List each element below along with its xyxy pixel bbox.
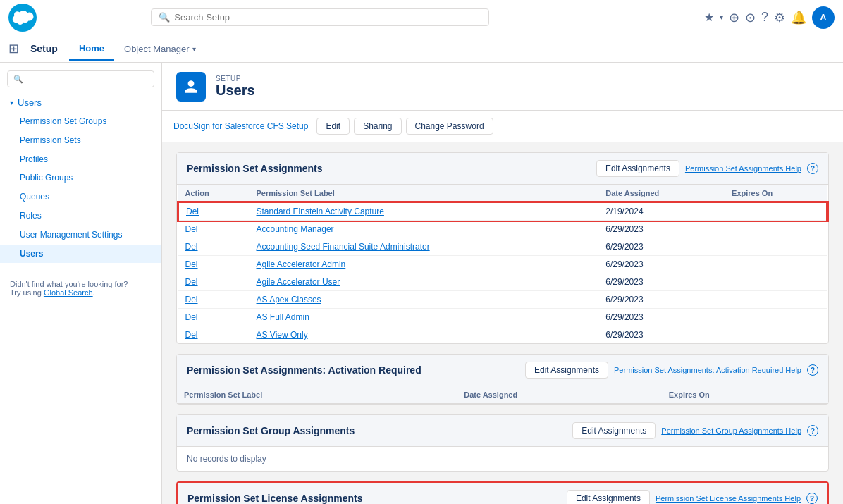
- avatar[interactable]: A: [812, 6, 835, 29]
- sidebar-item-queues[interactable]: Queues: [0, 188, 161, 207]
- sidebar-item-public-groups[interactable]: Public Groups: [0, 168, 161, 188]
- activation-required-help-icon[interactable]: ?: [807, 364, 818, 376]
- perm-label-link[interactable]: AS Apex Classes: [257, 295, 321, 305]
- help-icon[interactable]: ?: [761, 10, 768, 25]
- del-link[interactable]: Del: [186, 207, 199, 216]
- table-row: Del AS View Only 6/29/2023: [178, 326, 827, 344]
- permission-set-group-help-link[interactable]: Permission Set Group Assignments Help: [661, 426, 801, 435]
- user-action-bar: DocuSign for Salesforce CFS Setup Edit S…: [162, 111, 843, 142]
- perm-label-link[interactable]: Agile Accelerator User: [257, 277, 340, 287]
- global-search-bar[interactable]: 🔍: [151, 8, 489, 26]
- sidebar-item-roles[interactable]: Roles: [0, 207, 161, 226]
- salesforce-logo[interactable]: [8, 4, 37, 32]
- permission-set-assignments-section: Permission Set Assignments Edit Assignme…: [176, 152, 829, 344]
- activation-required-help-link[interactable]: Permission Set Assignments: Activation R…: [614, 366, 801, 374]
- perm-label-link[interactable]: Accounting Manager: [257, 224, 334, 234]
- content-body: Permission Set Assignments Edit Assignme…: [162, 152, 843, 504]
- permission-set-assignments-actions: Edit Assignments Permission Set Assignme…: [596, 160, 818, 177]
- expires-on: [725, 273, 827, 291]
- col-date-assigned: Date Assigned: [598, 185, 725, 202]
- permission-set-license-help-link[interactable]: Permission Set License Assignments Help: [656, 494, 801, 503]
- permission-set-license-title: Permission Set License Assignments: [187, 493, 362, 504]
- col-permission-set-label: Permission Set Label: [250, 185, 599, 202]
- sharing-button[interactable]: Sharing: [354, 118, 401, 135]
- permission-set-group-title: Permission Set Group Assignments: [187, 425, 355, 436]
- permission-set-group-header: Permission Set Group Assignments Edit As…: [177, 415, 828, 447]
- sidebar-search-icon: 🔍: [13, 75, 23, 84]
- permission-set-group-section: Permission Set Group Assignments Edit As…: [176, 414, 829, 472]
- top-navigation: 🔍 ★ ▾ ⊕ ⊙ ? ⚙ 🔔 A: [0, 0, 843, 35]
- permission-set-license-edit-button[interactable]: Edit Assignments: [567, 490, 650, 504]
- favorites-chevron[interactable]: ▾: [720, 13, 723, 21]
- permission-set-group-edit-button[interactable]: Edit Assignments: [572, 422, 656, 439]
- permission-set-assignments-help-icon[interactable]: ?: [807, 163, 818, 174]
- sidebar-search-input[interactable]: users: [26, 74, 148, 84]
- expires-on: [725, 326, 827, 344]
- sidebar-item-permission-set-groups[interactable]: Permission Set Groups: [0, 112, 161, 131]
- date-assigned: 6/29/2023: [598, 238, 725, 256]
- search-icon: 🔍: [159, 12, 170, 23]
- perm-label-link[interactable]: Accounting Seed Financial Suite Administ…: [257, 242, 430, 252]
- activation-required-title: Permission Set Assignments: Activation R…: [187, 364, 422, 376]
- del-link[interactable]: Del: [185, 259, 198, 269]
- breadcrumb: SETUP: [216, 75, 255, 82]
- del-link[interactable]: Del: [185, 224, 198, 234]
- date-assigned: 6/29/2023: [598, 256, 725, 273]
- sidebar-item-profiles[interactable]: Profiles: [0, 150, 161, 169]
- table-row: Del Agile Accelerator User 6/29/2023: [178, 273, 827, 291]
- switcher-icon[interactable]: ⊙: [745, 10, 756, 25]
- del-link[interactable]: Del: [185, 312, 198, 322]
- sidebar-help-text: Didn't find what you're looking for? Try…: [0, 270, 161, 307]
- del-link[interactable]: Del: [185, 277, 198, 287]
- expires-on: [725, 291, 827, 309]
- permission-set-group-help-icon[interactable]: ?: [807, 425, 818, 436]
- expires-on: [725, 202, 827, 221]
- permission-set-license-header: Permission Set License Assignments Edit …: [178, 483, 827, 504]
- favorites-icon[interactable]: ★: [704, 11, 714, 24]
- permission-set-assignments-header: Permission Set Assignments Edit Assignme…: [177, 153, 828, 185]
- col-action: Action: [178, 185, 250, 202]
- sidebar-item-permission-sets[interactable]: Permission Sets: [0, 131, 161, 150]
- date-assigned: 6/29/2023: [598, 326, 725, 344]
- tab-object-manager[interactable]: Object Manager ▾: [114, 38, 206, 60]
- permission-set-assignments-edit-button[interactable]: Edit Assignments: [596, 160, 679, 177]
- sidebar-item-user-management-settings[interactable]: User Management Settings: [0, 226, 161, 245]
- perm-label-link[interactable]: Agile Accelerator Admin: [257, 259, 346, 269]
- table-row: Del Agile Accelerator Admin 6/29/2023: [178, 256, 827, 273]
- activation-required-edit-button[interactable]: Edit Assignments: [525, 362, 608, 379]
- sidebar-search-bar[interactable]: 🔍 users: [7, 70, 154, 87]
- docusign-link[interactable]: DocuSign for Salesforce CFS Setup: [173, 121, 308, 131]
- global-search-link[interactable]: Global Search: [44, 288, 93, 297]
- date-assigned: 6/29/2023: [598, 309, 725, 326]
- expires-on: [725, 256, 827, 273]
- object-manager-chevron-icon: ▾: [192, 45, 196, 53]
- del-link[interactable]: Del: [185, 242, 198, 252]
- permission-set-assignments-help-link[interactable]: Permission Set Assignments Help: [685, 164, 801, 173]
- permission-set-license-help-icon[interactable]: ?: [806, 493, 818, 504]
- perm-label-link[interactable]: AS Full Admin: [257, 312, 309, 322]
- search-input[interactable]: [174, 12, 481, 23]
- sidebar-item-users[interactable]: Users: [0, 245, 161, 264]
- date-assigned: 6/29/2023: [598, 291, 725, 309]
- perm-label-link[interactable]: AS View Only: [257, 330, 308, 340]
- del-link[interactable]: Del: [185, 330, 198, 340]
- perm-label-link[interactable]: Standard Einstein Activity Capture: [257, 207, 384, 216]
- del-link[interactable]: Del: [185, 295, 198, 305]
- permission-set-group-actions: Edit Assignments Permission Set Group As…: [572, 422, 818, 439]
- setup-gear-icon[interactable]: ⚙: [774, 10, 785, 25]
- sidebar: 🔍 users ▾ Users Permission Set Groups Pe…: [0, 63, 162, 504]
- apps-icon[interactable]: ⊞: [8, 41, 19, 56]
- change-password-button[interactable]: Change Password: [406, 118, 493, 135]
- notifications-icon[interactable]: 🔔: [791, 10, 806, 25]
- table-row: Del Accounting Seed Financial Suite Admi…: [178, 238, 827, 256]
- table-row: Del AS Apex Classes 6/29/2023: [178, 291, 827, 309]
- page-icon: [176, 72, 206, 102]
- add-icon[interactable]: ⊕: [729, 10, 739, 25]
- edit-button[interactable]: Edit: [316, 118, 350, 135]
- permission-set-assignments-title: Permission Set Assignments: [187, 163, 322, 174]
- activation-required-section: Permission Set Assignments: Activation R…: [176, 354, 829, 405]
- tab-home[interactable]: Home: [69, 37, 114, 61]
- date-assigned: 6/29/2023: [598, 221, 725, 238]
- content-area: SETUP Users DocuSign for Salesforce CFS …: [162, 63, 843, 504]
- sidebar-section-users[interactable]: ▾ Users: [0, 93, 161, 112]
